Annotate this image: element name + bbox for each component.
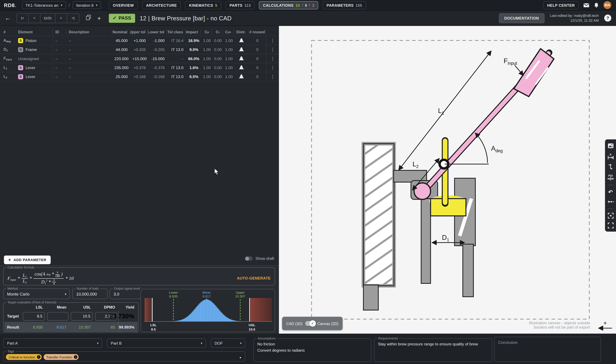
documentation-button[interactable]: DOCUMENTATION (499, 13, 544, 23)
tags-field[interactable]: Tags Critical to function×Transfer Funct… (3, 350, 245, 362)
column-header[interactable]: Cp (201, 29, 212, 34)
cp-cell: 1.00 (201, 47, 212, 52)
last-page-button[interactable]: >| (67, 13, 79, 22)
tab-parts[interactable]: PARTS113 (226, 1, 255, 9)
table-row[interactable]: FinputUnassigned––220.000+15.000-15.000–… (0, 54, 279, 63)
row-menu-icon[interactable]: ⋮ (266, 36, 279, 45)
prev-page-button[interactable]: < (29, 13, 40, 22)
column-header[interactable]: Tol class (167, 29, 186, 34)
remove-tag-icon[interactable]: × (37, 355, 40, 359)
focus-tool-icon[interactable] (607, 212, 614, 219)
distribution-icon[interactable] (234, 74, 249, 79)
help-icon[interactable]: ? (604, 14, 611, 22)
mail-icon[interactable] (583, 3, 589, 7)
output-sigma-field[interactable]: Output sigma level 3.0 (109, 287, 142, 299)
distribution-icon[interactable] (234, 47, 249, 52)
tolerance-arrow-tool-icon[interactable] (607, 199, 614, 205)
back-button[interactable]: ← (5, 14, 11, 22)
main-tabs: OVERVIEW ARCHITECTURE KINEMATICS5 PARTS1… (109, 1, 366, 9)
tab-architecture[interactable]: ARCHITECTURE (142, 1, 181, 9)
add-calculation-icon[interactable]: + (97, 15, 101, 22)
column-header[interactable]: Impact (186, 29, 201, 34)
target-lsl-input[interactable]: 8.5 (23, 312, 45, 321)
canvas-mode-switch[interactable]: ✓ (305, 321, 315, 326)
show-draft-toggle[interactable] (245, 256, 253, 261)
tab-parameters[interactable]: PARAMETERS155 (322, 1, 366, 9)
auto-generate-button[interactable]: AUTO-GENERATE (237, 276, 271, 280)
row-menu-icon[interactable]: ⋮ (266, 45, 279, 54)
column-header[interactable]: Element (16, 29, 53, 34)
column-header[interactable]: Cpk (223, 29, 234, 34)
conclusion-field[interactable]: Conclusion (494, 337, 601, 362)
leader-arrow-tool-icon[interactable] (607, 164, 614, 170)
project-selector[interactable]: TK1-Tolerances and K... ▾ (22, 1, 66, 9)
duplicate-icon[interactable] (86, 14, 91, 22)
assumptions-field[interactable]: Assumptions No frictionConvert degrees t… (254, 337, 371, 362)
label-d1: D1 (442, 234, 449, 242)
table-row[interactable]: L1SLever––235.000+0.378-0.378IT 13.01.6%… (0, 63, 279, 72)
column-header[interactable]: Description (67, 29, 112, 34)
tab-calculations[interactable]: CALCULATIONS 10/8/3 (259, 1, 318, 9)
avatar[interactable]: MA (603, 1, 611, 9)
distribution-icon[interactable] (234, 56, 249, 61)
column-header[interactable]: # reused (249, 29, 266, 34)
target-usl-input[interactable]: 10.5 (71, 312, 93, 321)
notifications-bell-icon[interactable] (594, 2, 599, 8)
part-a-select[interactable]: Part A▾ (3, 338, 102, 348)
method-select[interactable]: Method Monte Carlo ▾ (3, 287, 70, 299)
show-draft-label: Show draft (255, 256, 274, 261)
tol-class-cell: IT 13.0 (167, 47, 186, 52)
dof-select[interactable]: DOF▾ (211, 338, 245, 348)
column-header[interactable]: Cc (212, 29, 223, 34)
canvas-plus-glyph: + (603, 320, 607, 326)
help-center-button[interactable]: HELP CENTER (543, 1, 579, 9)
table-row[interactable]: D1SFrame––44.000+0.205-0.205IT 13.09.0%1… (0, 45, 279, 54)
table-row[interactable]: L2SLever––25.000+0.168-0.168IT 13.06.5%1… (0, 72, 279, 81)
row-menu-icon[interactable]: ⋮ (266, 63, 279, 72)
mouse-cursor (214, 168, 220, 177)
row-menu-icon[interactable]: ⋮ (266, 72, 279, 81)
cad-3d-label: CAD (3D) (286, 321, 303, 325)
fullscreen-tool-icon[interactable] (607, 222, 614, 228)
element-cell: SFrame (16, 45, 53, 54)
cad-canvas-toggle[interactable]: CAD (3D) ✓ Canvas (2D) (282, 317, 343, 330)
column-header[interactable]: ID (53, 29, 67, 34)
iteration-selector[interactable]: Iteration 6 ▾ (72, 1, 101, 9)
plus-icon: + (8, 257, 11, 262)
number-of-trials-field[interactable]: Number of trials 10,000,000 (72, 287, 108, 299)
add-parameter-button[interactable]: + ADD PARAMETER (4, 256, 51, 264)
first-page-button[interactable]: |< (17, 13, 28, 22)
column-header[interactable]: # (0, 29, 16, 34)
target-mean-input[interactable] (47, 312, 68, 321)
mechanism-sketch: L1 L2 Adeg Finput D1 + (279, 26, 616, 334)
dimension-tool-icon[interactable]: A (607, 152, 614, 160)
rd8-logo[interactable]: RD8. (4, 2, 16, 8)
parts-count: 113 (244, 3, 251, 7)
result-dpmo: 65 (94, 325, 118, 329)
lower-tol-cell: -0.378 (148, 65, 167, 70)
row-menu-icon[interactable]: ⋮ (266, 54, 279, 63)
insert-image-tool-icon[interactable] (607, 143, 614, 149)
tab-kinematics[interactable]: KINEMATICS5 (185, 1, 221, 9)
undo-tool-icon[interactable]: ↶ (607, 189, 614, 195)
distribution-icon[interactable] (234, 65, 249, 70)
element-cell: SLever (16, 72, 53, 81)
tab-overview[interactable]: OVERVIEW (109, 1, 138, 9)
check-icon: ✓ (311, 322, 314, 325)
part-b-select[interactable]: Part B▾ (107, 338, 206, 348)
next-page-button[interactable]: > (55, 13, 67, 22)
calculation-formula-box[interactable]: Calculation formula Finput * L1L2 * cos(… (3, 266, 275, 285)
column-header[interactable]: Lower tol (148, 29, 167, 34)
parameter-table-body: AdegSPiston––45.000+1.000-1.000IT 16.416… (0, 36, 279, 81)
table-row[interactable]: AdegSPiston––45.000+1.000-1.000IT 16.416… (0, 36, 279, 45)
illustration-canvas[interactable]: L1 L2 Adeg Finput D1 + Illustration canv… (279, 26, 616, 334)
column-header[interactable]: Nominal (112, 29, 130, 34)
remove-tag-icon[interactable]: × (74, 355, 77, 359)
id-cell: – (53, 47, 67, 52)
column-header[interactable]: Distr. (234, 29, 249, 34)
distribution-icon[interactable] (234, 38, 249, 43)
column-header[interactable]: Upper tol (130, 29, 148, 34)
canvas-2d-label: Canvas (2D) (318, 321, 338, 325)
poi-tool-icon[interactable]: POI (607, 173, 614, 181)
requirements-field[interactable]: Requirements Stay within brew pressure r… (374, 337, 492, 362)
